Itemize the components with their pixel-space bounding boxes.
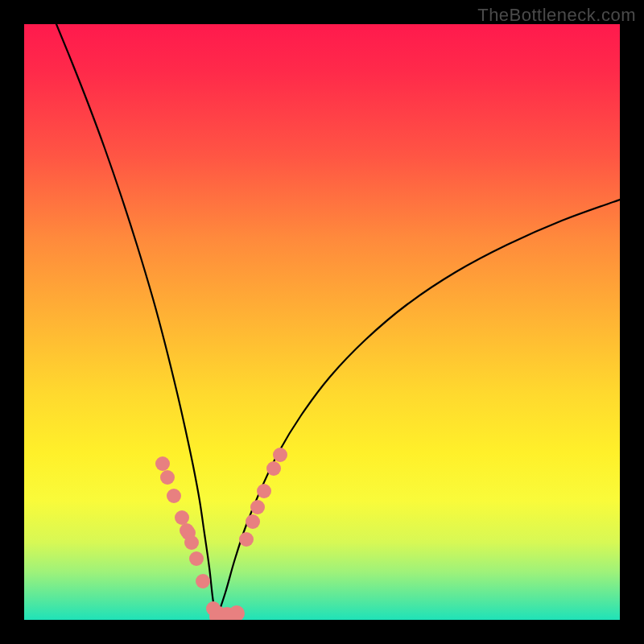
data-point	[229, 605, 245, 620]
data-point	[266, 461, 281, 476]
data-point	[196, 574, 210, 588]
data-point	[273, 448, 287, 462]
data-point	[167, 489, 181, 503]
bottleneck-curve	[24, 24, 620, 620]
data-point	[246, 514, 260, 529]
plot-area	[24, 24, 620, 620]
watermark-text: TheBottleneck.com	[477, 5, 636, 26]
chart-canvas: TheBottleneck.com	[0, 0, 644, 644]
data-point	[175, 510, 189, 525]
data-point	[184, 535, 199, 550]
data-point	[160, 470, 175, 485]
curve-right	[217, 200, 620, 617]
data-point	[189, 551, 204, 566]
data-point	[257, 484, 271, 498]
data-point	[239, 532, 254, 547]
data-point	[155, 456, 170, 471]
markers-left	[155, 456, 226, 620]
data-point	[250, 500, 265, 514]
markers-right	[239, 448, 287, 547]
